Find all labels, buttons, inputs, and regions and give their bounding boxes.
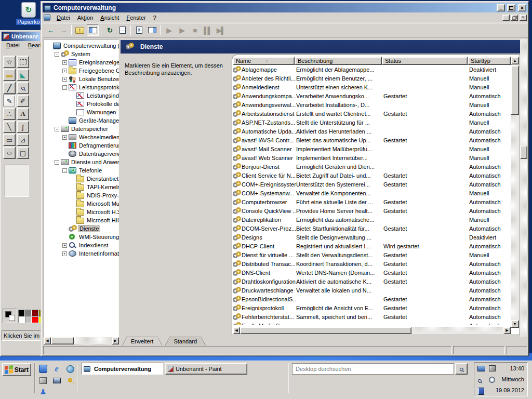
tree-item-lokale-benutzer[interactable]: +Lokale Benutzer [45,75,119,83]
polygon-tool[interactable]: ⊿ [17,134,29,146]
curve-tool[interactable]: ʃ [17,121,29,133]
search-indexer-icon[interactable]: ϙ [475,377,484,385]
tree-item-tapi-kerneln[interactable]: TAPI-Kerneln [45,183,119,191]
palette-color-swatch[interactable] [32,310,38,316]
package-icon[interactable] [489,365,496,371]
user-icon[interactable]: ♟ [38,387,48,396]
scroll-up-button[interactable]: ▲ [511,57,519,64]
minimize-button[interactable]: _ [497,4,505,11]
ie-icon[interactable]: e [52,364,61,374]
service-row[interactable]: AblagemappeErmöglicht der Ablagemappe...… [233,65,511,74]
close-button[interactable]: × [518,4,526,11]
fill-tool[interactable]: ◣ [17,69,29,81]
tab-standard[interactable]: Standard [165,337,206,345]
scroll-right-button[interactable]: ▶ [503,327,511,334]
help-button[interactable]: ? [133,24,145,36]
paint-tool-options[interactable] [5,165,29,197]
msn-icon[interactable] [38,364,48,374]
service-row[interactable]: AnmeldedienstUnterstützt einen sicheren … [233,83,511,91]
service-row[interactable]: EpsonBidirectionalS...GestartetAutomatis… [233,295,511,303]
service-row[interactable]: DrahtloskonfigurationAktiviert die autom… [233,277,511,286]
service-row[interactable]: ArbeitsstationsdienstErstellt und wartet… [233,109,511,118]
expand-icon[interactable]: + [62,135,67,140]
service-row[interactable]: Console QuickView ...Provides Home Serve… [233,206,511,215]
expand-icon[interactable]: + [62,243,67,248]
palette-color-swatch[interactable] [18,316,25,323]
tree-item-microsoft-mu[interactable]: Microsoft Mu [45,200,119,208]
service-row[interactable]: DCOM-Server-Proz...Bietet Startfunktiona… [233,224,511,233]
menu-Aktion[interactable]: Aktion [74,14,97,22]
free-select-tool[interactable]: ☆ [3,56,16,68]
tree-item-telefonie[interactable]: -Telefonie [45,166,119,175]
tree-scroll-right-button[interactable]: ▶ [112,337,119,344]
menu-help[interactable]: ? [150,14,160,22]
mmc-titlebar[interactable]: Computerverwaltung _ × [43,3,528,12]
tree-item-system[interactable]: -System [45,50,119,58]
service-row[interactable]: COM+-Systemanw...Verwaltet die Komponent… [233,189,511,197]
desktop-search-input[interactable] [292,363,454,375]
tree-item-warnungen[interactable]: Warnungen [45,108,119,116]
tree-item-ndis-proxy-[interactable]: NDIS-Proxy- [45,191,119,200]
service-row[interactable]: COM+-EreignissystemUnterstützt den Syste… [233,180,511,189]
tab-erweitert[interactable]: Erweitert [122,337,162,345]
service-row[interactable]: DruckwarteschlangeVerwaltet alle lokalen… [233,286,511,295]
tree-item-datentr-gerverw[interactable]: Datenträgerverw [45,150,119,158]
expand-icon[interactable]: + [62,77,67,82]
expand-icon[interactable]: + [62,69,67,73]
collapse-icon[interactable]: - [62,168,67,173]
tree-item-microsoft-h-3[interactable]: Microsoft H.3 [45,208,119,216]
service-row[interactable]: Anwendungskompa...Verarbeitet Anwendungs… [233,91,511,100]
hscroll-thumb[interactable] [240,327,411,334]
tree-item-datenspeicher[interactable]: -Datenspeicher [45,125,119,133]
tree-item-dienste[interactable]: Dienste [45,224,119,233]
services-vscrollbar[interactable]: ▲ ▼ [511,57,519,328]
collapse-icon[interactable]: - [62,85,67,90]
computer-edit-icon[interactable] [52,376,61,385]
service-row[interactable]: ASP.NET-Zustands...Stellt die Unterstütz… [233,118,511,127]
tree-item-wmi-steuerung[interactable]: WMI-Steuerung [45,233,119,241]
expand-icon[interactable]: + [62,60,67,65]
back-button[interactable]: ← [44,24,56,36]
ellipse-tool[interactable]: ○ [3,147,16,159]
child-restore-button[interactable] [511,15,518,21]
menu-Datei[interactable]: Datei [53,14,74,22]
tree-item-indexdienst[interactable]: +Indexdienst [45,241,119,249]
service-row[interactable]: Distributed Transac...Koordiniert Transa… [233,259,511,268]
service-row[interactable]: EreignisprotokollErmöglicht die Ansicht … [233,303,511,312]
tree-item-ereignisanzeige[interactable]: +Ereignisanzeige [45,58,119,66]
export-list-button[interactable] [116,24,128,36]
service-row[interactable]: Bonjour-DienstErmöglicht Geräten und Die… [233,162,511,171]
vscroll-thumb[interactable] [511,65,519,115]
paint-menu-Bearbe[interactable]: Bearbe [24,41,41,49]
service-row[interactable]: avast! Web ScannerImplementiert Internet… [233,153,511,162]
taskbar-button-paint[interactable]: Unbenannt - Paint [165,363,247,375]
eraser-tool[interactable]: ▬ [3,69,16,81]
tree-item-leistungsindi[interactable]: Leistungsindi [45,91,119,100]
child-close-button[interactable]: × [520,15,527,21]
column-header-status[interactable]: Status [382,57,468,65]
forward-button[interactable]: → [57,24,69,36]
service-row[interactable]: avast! Mail ScannerImplementiert Mailübe… [233,144,511,153]
service-row[interactable]: DNS-ClientWertet DNS-Namen (Domain...Ges… [233,268,511,277]
tree-scroll-left-button[interactable]: ◀ [44,337,51,344]
refresh-button[interactable]: ↻ [103,24,115,36]
tree-item-internetinformat[interactable]: +Internetinformat [45,249,119,258]
tree-item-computerverwaltung-lo[interactable]: Computerverwaltung (Lo [45,42,119,50]
line-tool[interactable]: ╲ [3,121,16,133]
scroll-left-button[interactable]: ◀ [233,327,240,334]
collapse-icon[interactable]: - [55,127,59,131]
tree-item-freigegebene-or[interactable]: +Freigegebene Or [45,66,119,75]
console-child-icon[interactable] [44,15,50,20]
search-button[interactable]: ϙ [455,363,468,375]
palette-color-swatch[interactable] [18,310,25,316]
console-vscrollbar[interactable] [520,39,527,337]
service-row[interactable]: Dienst für virtuelle ...Stellt den Verwa… [233,250,511,259]
service-row[interactable]: Anwendungsverwal...Verarbeitet Installat… [233,100,511,109]
show-properties-button[interactable] [146,24,158,36]
display-icon[interactable] [477,366,485,371]
globe-lock-icon[interactable] [65,364,75,374]
service-row[interactable]: DesignsStellt die Designverwaltung ...De… [233,233,511,242]
service-row[interactable]: Firefly Media S...Automatisch [233,321,511,325]
rectangle-tool[interactable]: ▭ [3,134,16,146]
collapse-icon[interactable]: - [55,160,59,165]
